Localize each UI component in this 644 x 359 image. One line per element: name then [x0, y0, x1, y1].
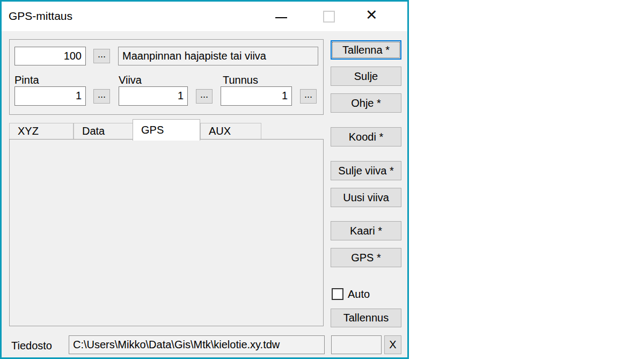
- viiva-browse-button[interactable]: ...: [196, 89, 213, 104]
- tallenna-button[interactable]: Tallenna *: [331, 40, 401, 60]
- tab-data[interactable]: Data: [74, 123, 134, 140]
- sulje-button[interactable]: Sulje: [331, 67, 401, 86]
- auto-checkbox[interactable]: [332, 288, 343, 300]
- code-browse-button[interactable]: ...: [93, 49, 110, 63]
- window-title: GPS-mittaus: [9, 10, 72, 23]
- viiva-input[interactable]: 1: [119, 86, 188, 106]
- maximize-button[interactable]: [312, 2, 346, 31]
- gps-tab-panel: [9, 139, 324, 326]
- pinta-input[interactable]: 1: [14, 86, 86, 106]
- tallennus-button[interactable]: Tallennus: [331, 309, 401, 327]
- minimize-icon: [275, 17, 287, 18]
- gps-mittaus-window: GPS-mittaus ✕ 100 ... Maanpinnan hajapis…: [0, 0, 409, 359]
- pinta-label: Pinta: [14, 74, 39, 86]
- koodi-button[interactable]: Koodi *: [331, 127, 401, 146]
- code-description-field: Maanpinnan hajapiste tai viiva: [118, 47, 318, 65]
- sulje-viiva-button[interactable]: Sulje viiva *: [331, 161, 401, 180]
- ohje-button[interactable]: Ohje *: [331, 93, 401, 113]
- pinta-browse-button[interactable]: ...: [93, 89, 110, 104]
- gps-button[interactable]: GPS *: [331, 248, 401, 267]
- close-button[interactable]: ✕: [360, 2, 394, 31]
- tunnus-label: Tunnus: [223, 74, 258, 86]
- maximize-icon: [323, 11, 335, 23]
- auto-checkbox-label: Auto: [348, 288, 370, 301]
- close-icon: ✕: [365, 6, 378, 24]
- tunnus-browse-button[interactable]: ...: [300, 89, 317, 104]
- clear-file-button[interactable]: X: [384, 335, 401, 354]
- minimize-button[interactable]: [264, 2, 298, 31]
- tab-xyz[interactable]: XYZ: [9, 123, 74, 140]
- code-input[interactable]: 100: [14, 47, 86, 65]
- tab-aux[interactable]: AUX: [200, 123, 261, 140]
- uusi-viiva-button[interactable]: Uusi viiva: [331, 188, 401, 207]
- titlebar: GPS-mittaus ✕: [2, 2, 407, 31]
- tunnus-input[interactable]: 1: [221, 86, 292, 106]
- tiedosto-label: Tiedosto: [11, 340, 52, 352]
- viiva-label: Viiva: [119, 74, 142, 86]
- tab-gps[interactable]: GPS: [133, 119, 200, 141]
- kaari-button[interactable]: Kaari *: [331, 221, 401, 240]
- footer-aux-field[interactable]: [331, 335, 382, 354]
- tiedosto-path-field: C:\Users\Mikko\Data\Gis\Mtk\kielotie.xy.…: [69, 335, 325, 354]
